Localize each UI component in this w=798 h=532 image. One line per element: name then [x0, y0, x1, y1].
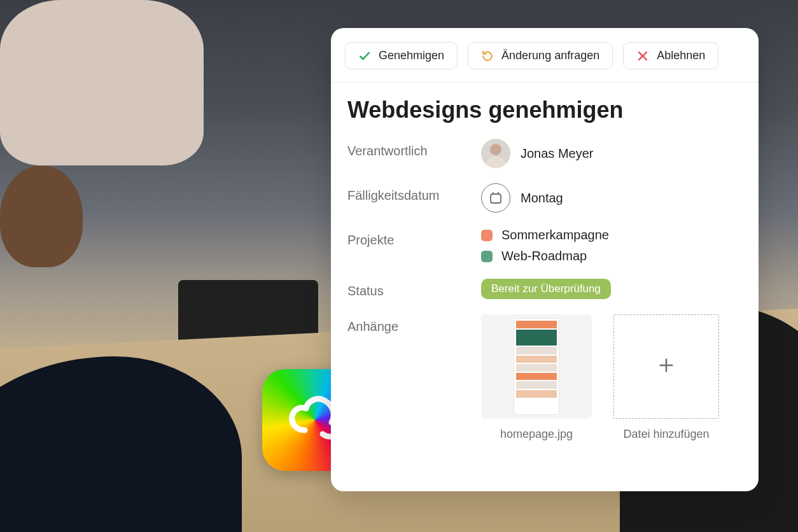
attachment-thumbnail — [481, 314, 592, 419]
responsible-label: Verantwortlich — [347, 139, 481, 158]
project-name: Sommerkampagne — [501, 228, 609, 242]
check-icon — [358, 50, 371, 62]
svg-rect-3 — [491, 194, 501, 203]
project-name: Web-Roadmap — [501, 249, 587, 263]
projects-label: Projekte — [347, 228, 481, 248]
assignee[interactable]: Jonas Meyer — [481, 139, 742, 168]
task-title: Webdesigns genehmigen — [347, 97, 742, 123]
calendar-icon — [481, 183, 510, 213]
field-status: Status Bereit zur Überprüfung — [347, 279, 742, 299]
cycle-icon — [481, 50, 494, 62]
task-card: Genehmigen Änderung anfragen Ablehnen We… — [331, 28, 759, 491]
project-color-icon — [481, 251, 493, 262]
attachments-label: Anhänge — [347, 314, 481, 334]
due-date[interactable]: Montag — [481, 183, 742, 213]
approve-button[interactable]: Genehmigen — [345, 42, 458, 69]
status-badge[interactable]: Bereit zur Überprüfung — [481, 279, 611, 299]
add-attachment-dropzone[interactable] — [613, 314, 719, 419]
plus-icon — [657, 356, 675, 377]
assignee-name: Jonas Meyer — [521, 146, 594, 161]
field-attachments: Anhänge homepage.jpg — [347, 314, 742, 441]
field-responsible: Verantwortlich Jonas Meyer — [347, 139, 742, 168]
approval-action-bar: Genehmigen Änderung anfragen Ablehnen — [331, 28, 759, 83]
avatar — [481, 139, 510, 168]
due-date-label: Fälligkeitsdatum — [347, 183, 481, 203]
reject-button[interactable]: Ablehnen — [623, 42, 718, 69]
request-change-label: Änderung anfragen — [501, 49, 599, 62]
bg-person-body — [0, 0, 204, 165]
status-label: Status — [347, 279, 481, 298]
request-change-button[interactable]: Änderung anfragen — [468, 42, 613, 69]
reject-label: Ablehnen — [657, 49, 705, 62]
bg-person-head — [0, 165, 83, 267]
attachment-item[interactable]: homepage.jpg — [481, 314, 592, 441]
project-chip-web-roadmap[interactable]: Web-Roadmap — [481, 249, 742, 263]
svg-point-2 — [490, 144, 501, 155]
add-attachment[interactable]: Datei hinzufügen — [611, 314, 722, 441]
due-date-value: Montag — [521, 191, 563, 206]
x-icon — [636, 50, 649, 62]
project-chip-sommerkampagne[interactable]: Sommerkampagne — [481, 228, 742, 242]
project-color-icon — [481, 230, 493, 241]
field-due-date: Fälligkeitsdatum Montag — [347, 183, 742, 213]
field-projects: Projekte Sommerkampagne Web-Roadmap — [347, 228, 742, 263]
attachment-filename: homepage.jpg — [500, 428, 573, 441]
approve-label: Genehmigen — [379, 49, 444, 62]
add-file-label: Datei hinzufügen — [623, 428, 709, 441]
